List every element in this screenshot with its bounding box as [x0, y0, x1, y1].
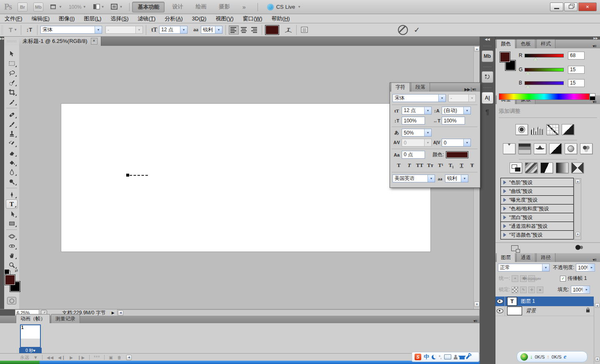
warp-text-icon[interactable]: T: [283, 25, 293, 35]
strikethrough-button[interactable]: Ŧ: [468, 162, 477, 169]
spectrum-black-swatch[interactable]: [590, 96, 595, 100]
workspace-button[interactable]: 基本功能: [132, 2, 165, 12]
menu-item[interactable]: 帮助(H): [267, 14, 295, 23]
preset-row[interactable]: “色阶”预设: [500, 178, 574, 187]
invert-icon[interactable]: [510, 162, 522, 173]
punctuation-toggle[interactable]: °,: [439, 355, 442, 359]
blend-mode-select[interactable]: 正常: [498, 264, 550, 272]
panel-tab[interactable]: 样式: [536, 39, 555, 48]
preset-row[interactable]: “色相/饱和度”预设: [500, 204, 574, 213]
crop-tool[interactable]: [6, 87, 18, 97]
ime-language-toggle[interactable]: 中: [424, 353, 429, 361]
first-frame-button[interactable]: ◀◀: [47, 355, 54, 360]
panel-tab[interactable]: 通道: [516, 253, 535, 262]
blue-slider-handle[interactable]: [526, 85, 530, 88]
fill-field[interactable]: 100%: [571, 286, 590, 294]
minibridge-button[interactable]: Mb: [33, 2, 43, 12]
photo-filter-icon[interactable]: [565, 143, 577, 154]
rectangle-shape-tool[interactable]: [6, 219, 18, 228]
workspace-button[interactable]: 绘画: [190, 2, 211, 12]
frames-scroll-left-icon[interactable]: ◀: [126, 355, 132, 360]
layer-name[interactable]: 图层 1: [521, 298, 535, 305]
tween-button[interactable]: °°°: [94, 355, 100, 360]
green-slider-handle[interactable]: [526, 72, 530, 75]
expand-triangle-icon[interactable]: [503, 215, 506, 219]
close-button[interactable]: ✕: [578, 2, 597, 11]
minimize-button[interactable]: [550, 2, 563, 11]
hue-saturation-icon[interactable]: [518, 143, 531, 154]
spot-healing-brush-tool[interactable]: [6, 110, 18, 119]
anti-alias-select[interactable]: 锐利: [201, 26, 222, 34]
fullwidth-toggle-icon[interactable]: [432, 355, 436, 359]
color-balance-icon[interactable]: [534, 143, 546, 154]
cp-kerning-select[interactable]: 0: [402, 139, 432, 147]
layer-thumbnail[interactable]: [507, 307, 522, 315]
launch-bridge-icon[interactable]: ▼: [50, 4, 62, 10]
panel-tab[interactable]: 图层: [496, 253, 515, 262]
skin-icon[interactable]: [460, 356, 465, 359]
panel-tab[interactable]: 字符: [391, 82, 410, 92]
zoom-level-control[interactable]: 100% ▼: [69, 4, 86, 10]
levels-icon[interactable]: [531, 124, 543, 135]
selective-color-icon[interactable]: [571, 162, 584, 173]
path-selection-tool[interactable]: [6, 209, 18, 218]
vibrance-icon[interactable]: [503, 143, 515, 154]
threshold-icon[interactable]: [540, 162, 553, 173]
quick-selection-tool[interactable]: [6, 78, 18, 87]
document-close-icon[interactable]: ✕: [91, 38, 98, 45]
scroll-left-icon[interactable]: ◀: [118, 310, 123, 316]
hand-tool[interactable]: [6, 251, 18, 260]
options-grip[interactable]: [1, 25, 4, 35]
expand-triangle-icon[interactable]: [503, 180, 506, 184]
all-caps-button[interactable]: TT: [415, 162, 424, 169]
menu-item[interactable]: 选择(S): [106, 14, 133, 23]
blur-tool[interactable]: [6, 167, 18, 177]
brightness-contrast-icon[interactable]: [515, 124, 528, 135]
preset-row[interactable]: “黑白”预设: [500, 213, 574, 222]
loop-mode-select[interactable]: 永远: [20, 354, 29, 361]
lock-position-icon[interactable]: ✛: [528, 287, 535, 293]
black-white-icon[interactable]: [549, 143, 562, 154]
tool-preset-icon[interactable]: T▼: [8, 25, 18, 35]
cp-language-select[interactable]: 美国英语: [392, 175, 435, 182]
preset-row[interactable]: “曝光度”预设: [500, 195, 574, 204]
menu-item[interactable]: 滤镜(T): [133, 14, 160, 23]
eraser-tool[interactable]: [6, 148, 18, 157]
workspace-button[interactable]: 摄影: [214, 2, 235, 12]
bridge-button[interactable]: Br: [18, 2, 28, 12]
text-orientation-icon[interactable]: ↕T: [24, 25, 34, 35]
cp-leading-select[interactable]: (自动): [442, 107, 471, 115]
document-canvas[interactable]: [61, 103, 431, 252]
cp-baseline-field[interactable]: 0 点: [402, 151, 425, 159]
pen-tool[interactable]: [6, 190, 18, 199]
arrange-documents-icon[interactable]: ▼: [93, 4, 105, 10]
red-slider[interactable]: [525, 54, 564, 57]
cp-tracking-select[interactable]: 0: [442, 139, 471, 147]
sogou-logo-icon[interactable]: S: [415, 354, 421, 360]
lock-pixels-icon[interactable]: ✎: [520, 287, 527, 293]
foreground-color-swatch[interactable]: [500, 52, 510, 62]
delete-frame-button[interactable]: 🗑︎: [118, 355, 122, 360]
minibridge-panel-icon[interactable]: Mb: [482, 50, 493, 62]
layers-scroll-up-icon[interactable]: ▲: [595, 303, 600, 308]
screen-mode-icon[interactable]: ▼: [111, 4, 122, 10]
propagate-checkbox[interactable]: ✓: [560, 276, 566, 282]
layer-name[interactable]: 背景: [526, 307, 536, 314]
cp-text-color-swatch[interactable]: [446, 151, 468, 158]
color-spectrum-ramp[interactable]: [499, 93, 590, 100]
clone-stamp-tool[interactable]: [6, 129, 18, 138]
panel-tab[interactable]: 颜色: [496, 39, 515, 48]
cs-live-button[interactable]: CS Live ▼: [267, 4, 301, 10]
cp-antialias-select[interactable]: 锐利: [445, 175, 468, 182]
animation-tab[interactable]: 动画（帧）: [16, 314, 50, 323]
gradient-tool[interactable]: [6, 158, 18, 167]
expanded-view-icon[interactable]: [511, 245, 518, 251]
character-panel-icon[interactable]: A|: [482, 92, 493, 104]
underline-button[interactable]: T: [457, 162, 466, 169]
account-icon[interactable]: [454, 356, 457, 359]
lasso-tool[interactable]: [6, 68, 18, 77]
layers-scroll-down-icon[interactable]: ▼: [595, 357, 600, 362]
zoom-tool[interactable]: [6, 260, 18, 269]
accelerator-ball-icon[interactable]: [520, 353, 528, 361]
menu-item[interactable]: 图层(L): [79, 14, 106, 23]
